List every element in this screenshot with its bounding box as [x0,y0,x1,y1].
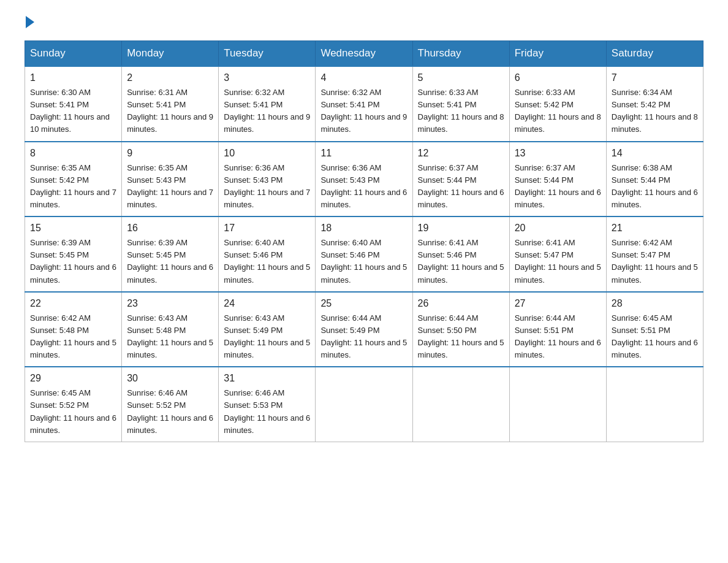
day-info: Sunrise: 6:39 AMSunset: 5:45 PMDaylight:… [127,238,213,284]
day-number: 5 [418,71,504,85]
weekday-header-monday: Monday [122,41,219,67]
calendar-cell: 5 Sunrise: 6:33 AMSunset: 5:41 PMDayligh… [412,66,509,142]
day-info: Sunrise: 6:36 AMSunset: 5:43 PMDaylight:… [224,163,310,209]
calendar-cell: 14 Sunrise: 6:38 AMSunset: 5:44 PMDaylig… [606,142,703,217]
day-info: Sunrise: 6:35 AMSunset: 5:43 PMDaylight:… [127,163,213,209]
calendar-table: SundayMondayTuesdayWednesdayThursdayFrid… [25,40,703,442]
day-info: Sunrise: 6:43 AMSunset: 5:48 PMDaylight:… [127,313,213,359]
day-number: 14 [612,146,698,161]
day-number: 24 [224,296,310,311]
day-number: 29 [30,371,116,386]
day-number: 2 [127,71,213,85]
day-info: Sunrise: 6:41 AMSunset: 5:46 PMDaylight:… [418,238,504,284]
weekday-header-saturday: Saturday [606,41,703,67]
day-number: 20 [515,221,601,236]
day-info: Sunrise: 6:40 AMSunset: 5:46 PMDaylight:… [320,238,407,284]
day-number: 9 [127,146,213,161]
calendar-cell: 27 Sunrise: 6:44 AMSunset: 5:51 PMDaylig… [509,292,606,367]
day-number: 28 [612,296,698,311]
day-number: 21 [612,221,698,236]
day-info: Sunrise: 6:33 AMSunset: 5:41 PMDaylight:… [418,88,504,134]
day-number: 31 [224,371,310,386]
calendar-cell: 17 Sunrise: 6:40 AMSunset: 5:46 PMDaylig… [219,216,316,292]
calendar-cell [509,367,606,442]
day-info: Sunrise: 6:38 AMSunset: 5:44 PMDaylight:… [612,163,698,209]
day-number: 27 [515,296,601,311]
day-number: 10 [224,146,310,161]
weekday-header-row: SundayMondayTuesdayWednesdayThursdayFrid… [25,41,703,67]
calendar-cell: 11 Sunrise: 6:36 AMSunset: 5:43 PMDaylig… [316,142,412,217]
calendar-cell [316,367,412,442]
day-number: 4 [320,71,407,85]
day-info: Sunrise: 6:37 AMSunset: 5:44 PMDaylight:… [515,163,601,209]
week-row-3: 15 Sunrise: 6:39 AMSunset: 5:45 PMDaylig… [25,216,703,292]
day-info: Sunrise: 6:44 AMSunset: 5:50 PMDaylight:… [418,313,504,359]
calendar-cell: 30 Sunrise: 6:46 AMSunset: 5:52 PMDaylig… [122,367,219,442]
calendar-cell: 21 Sunrise: 6:42 AMSunset: 5:47 PMDaylig… [606,216,703,292]
calendar-cell: 7 Sunrise: 6:34 AMSunset: 5:42 PMDayligh… [606,66,703,142]
calendar-cell [412,367,509,442]
week-row-2: 8 Sunrise: 6:35 AMSunset: 5:42 PMDayligh… [25,142,703,217]
calendar-cell: 29 Sunrise: 6:45 AMSunset: 5:52 PMDaylig… [25,367,122,442]
day-info: Sunrise: 6:32 AMSunset: 5:41 PMDaylight:… [320,88,407,134]
calendar-cell: 31 Sunrise: 6:46 AMSunset: 5:53 PMDaylig… [219,367,316,442]
calendar-cell [606,367,703,442]
calendar-cell: 16 Sunrise: 6:39 AMSunset: 5:45 PMDaylig… [122,216,219,292]
day-info: Sunrise: 6:42 AMSunset: 5:48 PMDaylight:… [30,313,116,359]
week-row-1: 1 Sunrise: 6:30 AMSunset: 5:41 PMDayligh… [25,66,703,142]
day-info: Sunrise: 6:32 AMSunset: 5:41 PMDaylight:… [224,88,310,134]
day-number: 8 [30,146,116,161]
calendar-cell: 2 Sunrise: 6:31 AMSunset: 5:41 PMDayligh… [122,66,219,142]
weekday-header-thursday: Thursday [412,41,509,67]
logo-triangle-icon [26,16,34,28]
week-row-4: 22 Sunrise: 6:42 AMSunset: 5:48 PMDaylig… [25,292,703,367]
day-number: 23 [127,296,213,311]
day-info: Sunrise: 6:44 AMSunset: 5:51 PMDaylight:… [515,313,601,359]
day-info: Sunrise: 6:43 AMSunset: 5:49 PMDaylight:… [224,313,310,359]
weekday-header-tuesday: Tuesday [219,41,316,67]
calendar-cell: 22 Sunrise: 6:42 AMSunset: 5:48 PMDaylig… [25,292,122,367]
day-info: Sunrise: 6:37 AMSunset: 5:44 PMDaylight:… [418,163,504,209]
calendar-cell: 24 Sunrise: 6:43 AMSunset: 5:49 PMDaylig… [219,292,316,367]
day-info: Sunrise: 6:35 AMSunset: 5:42 PMDaylight:… [30,163,116,209]
day-number: 12 [418,146,504,161]
day-info: Sunrise: 6:31 AMSunset: 5:41 PMDaylight:… [127,88,213,134]
day-info: Sunrise: 6:46 AMSunset: 5:52 PMDaylight:… [127,388,213,434]
calendar-cell: 4 Sunrise: 6:32 AMSunset: 5:41 PMDayligh… [316,66,412,142]
calendar-cell: 19 Sunrise: 6:41 AMSunset: 5:46 PMDaylig… [412,216,509,292]
day-info: Sunrise: 6:45 AMSunset: 5:52 PMDaylight:… [30,388,116,434]
day-info: Sunrise: 6:39 AMSunset: 5:45 PMDaylight:… [30,238,116,284]
day-number: 1 [30,71,116,85]
day-info: Sunrise: 6:46 AMSunset: 5:53 PMDaylight:… [224,388,310,434]
day-number: 22 [30,296,116,311]
calendar-cell: 6 Sunrise: 6:33 AMSunset: 5:42 PMDayligh… [509,66,606,142]
calendar-cell: 1 Sunrise: 6:30 AMSunset: 5:41 PMDayligh… [25,66,122,142]
calendar-cell: 23 Sunrise: 6:43 AMSunset: 5:48 PMDaylig… [122,292,219,367]
day-info: Sunrise: 6:30 AMSunset: 5:41 PMDaylight:… [30,88,110,134]
day-info: Sunrise: 6:34 AMSunset: 5:42 PMDaylight:… [612,88,698,134]
day-number: 16 [127,221,213,236]
day-number: 3 [224,71,310,85]
weekday-header-sunday: Sunday [25,41,122,67]
calendar-cell: 18 Sunrise: 6:40 AMSunset: 5:46 PMDaylig… [316,216,412,292]
day-number: 13 [515,146,601,161]
calendar-cell: 10 Sunrise: 6:36 AMSunset: 5:43 PMDaylig… [219,142,316,217]
weekday-header-wednesday: Wednesday [316,41,412,67]
header [25,18,703,28]
day-number: 19 [418,221,504,236]
day-number: 30 [127,371,213,386]
day-info: Sunrise: 6:44 AMSunset: 5:49 PMDaylight:… [320,313,407,359]
calendar-cell: 8 Sunrise: 6:35 AMSunset: 5:42 PMDayligh… [25,142,122,217]
day-info: Sunrise: 6:33 AMSunset: 5:42 PMDaylight:… [515,88,601,134]
day-number: 7 [612,71,698,85]
weekday-header-friday: Friday [509,41,606,67]
calendar-cell: 9 Sunrise: 6:35 AMSunset: 5:43 PMDayligh… [122,142,219,217]
day-number: 26 [418,296,504,311]
calendar-cell: 25 Sunrise: 6:44 AMSunset: 5:49 PMDaylig… [316,292,412,367]
day-number: 18 [320,221,407,236]
calendar-cell: 26 Sunrise: 6:44 AMSunset: 5:50 PMDaylig… [412,292,509,367]
day-number: 25 [320,296,407,311]
calendar-cell: 13 Sunrise: 6:37 AMSunset: 5:44 PMDaylig… [509,142,606,217]
calendar-cell: 20 Sunrise: 6:41 AMSunset: 5:47 PMDaylig… [509,216,606,292]
day-number: 6 [515,71,601,85]
